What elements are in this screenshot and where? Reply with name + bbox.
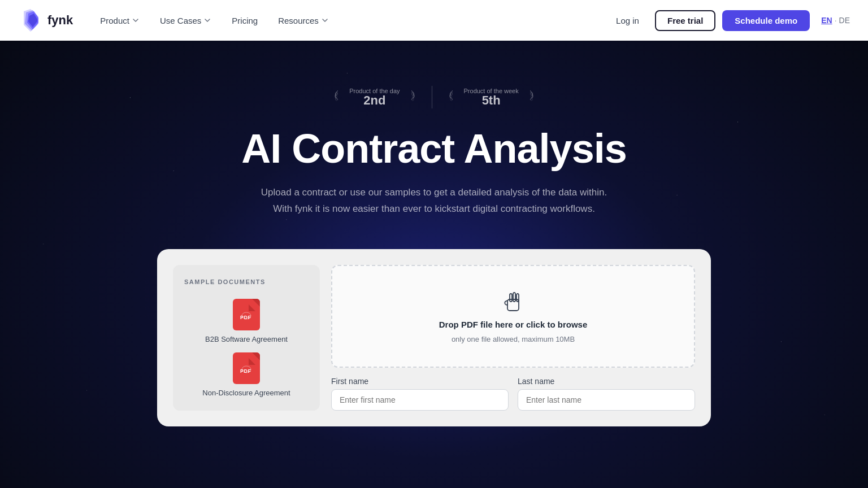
- svg-rect-24: [513, 293, 515, 302]
- awards-row: Product of the day 2nd: [331, 86, 537, 108]
- hero-title: AI Contract Analysis: [241, 127, 627, 171]
- navbar: fynk Product Use Cases Pricing Resources…: [0, 0, 868, 41]
- nav-item-use-cases[interactable]: Use Cases: [151, 11, 220, 30]
- chevron-down-icon: [203, 16, 211, 24]
- laurel2-right: [523, 87, 537, 107]
- hero-subtitle: Upload a contract or use our samples to …: [259, 185, 609, 217]
- first-name-label: First name: [331, 377, 509, 386]
- sample-item-b2b[interactable]: PDF B2B Software Agreement: [184, 299, 309, 343]
- chevron-down-icon: [321, 16, 329, 24]
- laurel-left: [331, 87, 345, 107]
- right-panel: Drop PDF file here or click to browse on…: [331, 265, 695, 411]
- first-name-group: First name: [331, 377, 509, 411]
- login-button[interactable]: Log in: [607, 11, 648, 30]
- name-form-row: First name Last name: [331, 377, 695, 411]
- award-product-day: Product of the day 2nd: [331, 86, 418, 108]
- award-day-text: Product of the day 2nd: [349, 88, 400, 107]
- nav-item-product[interactable]: Product: [91, 11, 149, 30]
- logo-text: fynk: [47, 13, 73, 28]
- pdf-icon-b2b: PDF: [233, 299, 260, 330]
- award-product-week: Product of the week 5th: [446, 86, 537, 108]
- last-name-input[interactable]: [518, 389, 695, 411]
- drop-zone-sub-text: only one file allowed, maximum 10MB: [452, 335, 575, 343]
- nav-item-pricing[interactable]: Pricing: [223, 11, 267, 30]
- sample-docs-label: SAMPLE DOCUMENTS: [184, 278, 266, 285]
- file-drop-zone[interactable]: Drop PDF file here or click to browse on…: [331, 265, 695, 368]
- nav-item-resources[interactable]: Resources: [269, 11, 338, 30]
- laurel-right: [405, 87, 418, 107]
- laurel2-left: [446, 87, 459, 107]
- main-card: SAMPLE DOCUMENTS PDF: [157, 249, 711, 426]
- pdf-icon-nda: PDF: [233, 352, 260, 384]
- lang-de[interactable]: DE: [839, 16, 850, 25]
- svg-rect-25: [517, 294, 519, 302]
- chevron-down-icon: [132, 16, 140, 24]
- sample-item-nda[interactable]: PDF Non-Disclosure Agreement: [184, 352, 309, 397]
- language-switcher: EN · DE: [821, 16, 850, 25]
- award-week-text: Product of the week 5th: [464, 88, 519, 107]
- awards-divider: [432, 86, 432, 108]
- nav-right: Log in Free trial Schedule demo EN · DE: [607, 10, 850, 31]
- nav-links: Product Use Cases Pricing Resources: [91, 11, 607, 30]
- hero-section: Product of the day 2nd: [0, 0, 868, 488]
- hand-pointer-icon: [502, 289, 524, 314]
- lang-en[interactable]: EN: [821, 16, 832, 25]
- schedule-demo-button[interactable]: Schedule demo: [722, 10, 810, 31]
- drop-zone-main-text: Drop PDF file here or click to browse: [439, 320, 588, 329]
- sample-docs-panel: SAMPLE DOCUMENTS PDF: [173, 265, 320, 411]
- sample-nda-name: Non-Disclosure Agreement: [202, 389, 290, 397]
- last-name-group: Last name: [518, 377, 695, 411]
- logo[interactable]: fynk: [18, 8, 73, 33]
- svg-point-9: [411, 98, 414, 101]
- first-name-input[interactable]: [331, 389, 509, 411]
- svg-rect-23: [510, 294, 512, 302]
- free-trial-button[interactable]: Free trial: [655, 10, 715, 31]
- last-name-label: Last name: [518, 377, 695, 386]
- sample-b2b-name: B2B Software Agreement: [205, 335, 288, 343]
